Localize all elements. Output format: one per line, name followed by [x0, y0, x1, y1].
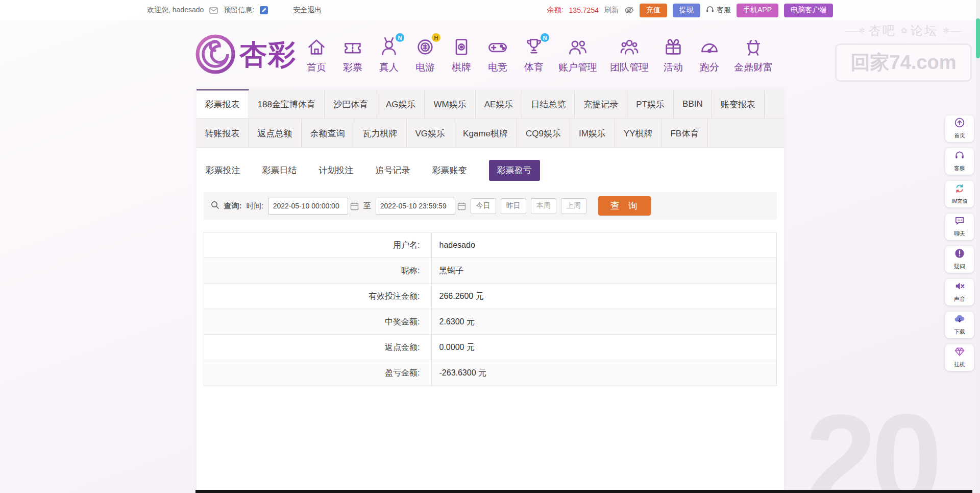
report-tab[interactable]: AG娱乐 [377, 89, 425, 118]
nav-item-esports[interactable]: 电竞 [486, 36, 509, 74]
report-tab[interactable]: BBIN [674, 89, 712, 118]
withdraw-button[interactable]: 提现 [673, 4, 700, 17]
report-tab[interactable]: WM娱乐 [425, 89, 475, 118]
eye-off-icon[interactable] [624, 7, 634, 14]
treasure-ding-icon [742, 36, 765, 58]
float-chat-button[interactable]: 聊天 [945, 214, 974, 240]
scrollbar-thumb[interactable] [976, 18, 980, 58]
report-tab[interactable]: 日结总览 [522, 89, 575, 118]
deposit-button[interactable]: 充值 [640, 4, 667, 17]
sub-tab[interactable]: 追号记录 [376, 165, 410, 176]
end-time-input[interactable] [376, 198, 455, 215]
sub-tab[interactable]: 彩票账变 [432, 165, 467, 176]
sub-tab[interactable]: 计划投注 [319, 165, 354, 176]
float-item-label: 声音 [954, 295, 965, 303]
report-tab[interactable]: CQ9娱乐 [517, 119, 570, 147]
nav-item-paofen[interactable]: 跑分 [698, 36, 721, 74]
watermark-site-left: 杏吧 [869, 22, 896, 39]
lottery-ticket-icon [341, 36, 364, 58]
trophy-icon: N [522, 36, 546, 58]
sub-tab[interactable]: 彩票日结 [262, 165, 297, 176]
scrollbar[interactable] [976, 0, 980, 493]
today-button[interactable]: 今日 [471, 198, 496, 214]
refresh-link[interactable]: 刷新 [604, 6, 619, 15]
brand-logo[interactable]: 杏彩 [194, 33, 297, 78]
decor-balloon [77, 381, 112, 416]
float-home-button[interactable]: 首页 [945, 115, 974, 142]
report-tab[interactable]: 返点总额 [249, 119, 302, 147]
row-label: 用户名: [204, 232, 432, 257]
lace-ornament-icon: ✻—— [943, 26, 962, 35]
calendar-icon[interactable] [350, 202, 359, 210]
float-question-button[interactable]: 疑问 [945, 246, 974, 273]
row-value: 0.0000 元 [432, 335, 475, 360]
pc-client-button[interactable]: 电脑客户端 [784, 4, 833, 17]
reserved-info-label: 预留信息: [224, 6, 254, 15]
sub-tab[interactable]: 彩票投注 [206, 165, 240, 176]
float-download-button[interactable]: 下载 [945, 312, 974, 338]
float-hangup-button[interactable]: 挂机 [945, 344, 974, 371]
edit-icon[interactable] [260, 6, 268, 14]
row-label: 昵称: [204, 258, 432, 283]
hot-badge: H [432, 33, 440, 42]
report-tab[interactable]: YY棋牌 [615, 119, 662, 147]
nav-item-sports[interactable]: N 体育 [522, 36, 546, 74]
headset-icon [706, 6, 714, 15]
nav-item-activity[interactable]: 活动 [662, 36, 685, 74]
report-tab[interactable]: Kgame棋牌 [454, 119, 517, 147]
query-label: 查询: [224, 201, 242, 211]
to-label: 至 [363, 201, 371, 211]
nav-item-label: 账户管理 [558, 61, 597, 74]
diamond-icon [954, 346, 965, 359]
float-im-recharge-button[interactable]: IM充值 [945, 181, 974, 207]
welcome-text: 欢迎您, hadesado [147, 6, 204, 15]
nav-item-live[interactable]: N 真人 [377, 36, 401, 74]
calendar-icon[interactable] [457, 202, 466, 210]
nav-item-team[interactable]: 团队管理 [610, 36, 649, 74]
float-item-label: 客服 [954, 165, 965, 173]
nav-item-chess[interactable]: 棋牌 [450, 36, 473, 74]
report-tab[interactable]: 余额查询 [302, 119, 354, 147]
watermark-site-right: 论坛 [911, 22, 938, 39]
start-time-input[interactable] [268, 198, 348, 215]
decor-balloon [9, 398, 129, 493]
float-service-button[interactable]: 客服 [945, 148, 974, 175]
nav-item-lottery[interactable]: 彩票 [341, 36, 364, 74]
site-watermark: ——✻ 杏吧 ✿ 论坛 ✻—— 回家74.com [835, 22, 972, 82]
home-up-icon [954, 118, 965, 130]
yesterday-button[interactable]: 昨日 [501, 198, 526, 214]
logout-link[interactable]: 安全退出 [293, 6, 322, 15]
gift-icon [662, 36, 685, 58]
report-tab[interactable]: FB体育 [662, 119, 708, 147]
report-tab[interactable]: 瓦力棋牌 [354, 119, 407, 147]
report-tab[interactable]: PT娱乐 [627, 89, 674, 118]
row-label: 中奖金额: [204, 309, 432, 334]
report-tab[interactable]: 沙巴体育 [325, 89, 377, 118]
nav-item-egames[interactable]: H 电游 [413, 36, 437, 74]
float-item-label: 挂机 [954, 361, 965, 369]
customer-service-link[interactable]: 客服 [706, 6, 731, 15]
last-week-button[interactable]: 上周 [561, 198, 586, 214]
cloud-download-icon [954, 314, 965, 326]
report-tab[interactable]: IM娱乐 [570, 119, 615, 147]
nav-item-wealth[interactable]: 金鼎财富 [734, 36, 773, 74]
report-tab[interactable]: 188金宝博体育 [249, 89, 325, 118]
sub-tab[interactable]: 彩票盈亏 [489, 160, 540, 181]
mail-icon[interactable] [209, 7, 218, 14]
report-tab[interactable]: 充提记录 [575, 89, 627, 118]
search-button[interactable]: 查 询 [598, 196, 651, 216]
report-tab[interactable]: AE娱乐 [476, 89, 523, 118]
mobile-app-button[interactable]: 手机APP [737, 4, 778, 17]
float-sound-button[interactable]: 声音 [945, 279, 974, 306]
nav-item-account[interactable]: 账户管理 [558, 36, 597, 74]
report-tab[interactable]: 账变报表 [712, 89, 765, 118]
account-users-icon [566, 36, 590, 58]
this-week-button[interactable]: 本周 [531, 198, 556, 214]
row-value: 2.6300 元 [432, 309, 475, 334]
float-item-label: 疑问 [954, 263, 965, 271]
report-tab[interactable]: VG娱乐 [407, 119, 455, 147]
search-icon [211, 201, 219, 212]
report-tab[interactable]: 转账报表 [197, 119, 249, 147]
nav-item-home[interactable]: 首页 [305, 36, 328, 74]
report-tab[interactable]: 彩票报表 [197, 89, 249, 118]
